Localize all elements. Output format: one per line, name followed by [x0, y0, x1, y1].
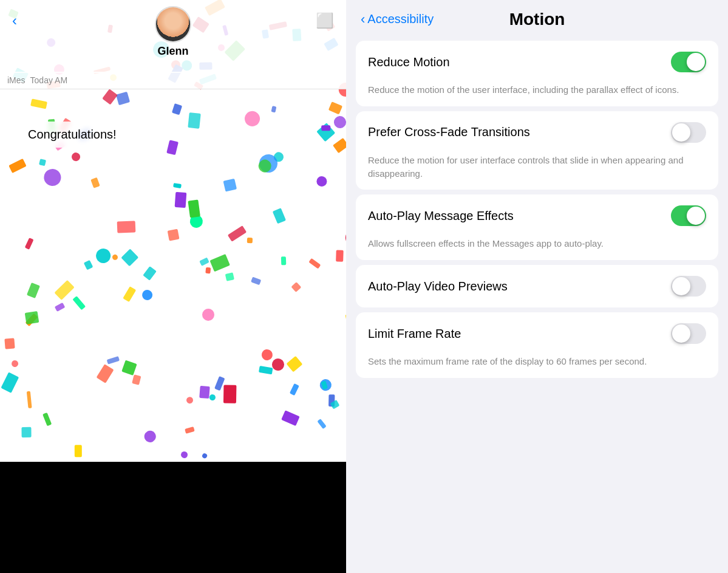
- confetti-piece: [228, 225, 247, 241]
- confetti-piece: [107, 356, 120, 365]
- confetti-piece: [74, 445, 81, 457]
- confetti-piece: [121, 360, 137, 375]
- message-bar: iMes Today AM: [0, 72, 346, 89]
- setting-row-limit-frame-rate: Limit Frame Rate: [356, 312, 718, 355]
- confetti-piece: [55, 280, 75, 300]
- confetti-piece: [260, 348, 273, 361]
- setting-row-auto-play-message: Auto-Play Message Effects: [356, 194, 718, 237]
- confetti-piece: [172, 103, 182, 115]
- setting-card-limit-frame-rate: Limit Frame RateSets the maximum frame r…: [356, 312, 718, 378]
- confetti-piece: [281, 410, 300, 426]
- setting-label-limit-frame-rate: Limit Frame Rate: [368, 327, 461, 341]
- confetti-piece: [175, 192, 187, 208]
- setting-card-reduce-motion: Reduce MotionReduce the motion of the us…: [356, 41, 718, 106]
- phone-top-bar: ‹ ⬜ Glenn: [0, 0, 346, 73]
- confetti-piece: [200, 258, 209, 266]
- confetti-piece: [273, 208, 286, 224]
- toggle-cross-fade[interactable]: [671, 122, 706, 143]
- toggle-thumb-auto-play-video: [672, 277, 690, 295]
- confetti-piece: [225, 272, 234, 281]
- back-icon[interactable]: ‹: [12, 12, 17, 29]
- message-time-label: Today AM: [30, 75, 67, 85]
- confetti-piece: [55, 303, 65, 312]
- confetti-piece: [42, 413, 51, 427]
- confetti-piece: [123, 286, 136, 302]
- confetti-piece: [271, 106, 276, 112]
- avatar-face: [156, 7, 190, 41]
- avatar: [155, 6, 191, 43]
- confetti-piece: [21, 427, 32, 437]
- phone-screen: ‹ ⬜ Glenn iMes Today AM Congratulations!: [0, 0, 346, 462]
- setting-row-auto-play-video: Auto-Play Video Previews: [356, 265, 718, 307]
- confetti-piece: [1, 372, 19, 393]
- confetti-piece: [223, 179, 237, 192]
- setting-desc-cross-fade: Reduce the motion for user interface con…: [356, 154, 718, 190]
- confetti-piece: [90, 177, 100, 188]
- back-button[interactable]: ‹ Accessibility: [361, 12, 434, 26]
- confetti-piece: [10, 359, 19, 368]
- confetti-piece: [333, 138, 346, 154]
- left-panel: ‹ ⬜ Glenn iMes Today AM Congratulations!: [0, 0, 346, 573]
- confetti-piece: [281, 256, 286, 265]
- setting-card-auto-play-message: Auto-Play Message EffectsAllows fullscre…: [356, 194, 718, 260]
- confetti-piece: [27, 391, 32, 408]
- confetti-piece: [286, 355, 302, 372]
- confetti-piece: [223, 385, 236, 403]
- confetti-piece: [131, 374, 141, 385]
- confetti-piece: [143, 266, 156, 280]
- settings-header: ‹ Accessibility Motion: [346, 0, 728, 36]
- confetti-piece: [188, 112, 200, 128]
- confetti-piece: [345, 313, 346, 331]
- toggle-auto-play-message[interactable]: [671, 205, 706, 226]
- confetti-piece: [344, 227, 346, 249]
- confetti-piece: [84, 260, 93, 270]
- confetti-piece: [188, 200, 200, 218]
- setting-card-auto-play-video: Auto-Play Video Previews: [356, 265, 718, 307]
- setting-desc-limit-frame-rate: Sets the maximum frame rate of the displ…: [356, 355, 718, 378]
- setting-row-cross-fade: Prefer Cross-Fade Transitions: [356, 111, 718, 154]
- toggle-reduce-motion[interactable]: [671, 52, 706, 72]
- toggle-auto-play-video[interactable]: [671, 276, 706, 297]
- setting-label-auto-play-message: Auto-Play Message Effects: [368, 209, 514, 223]
- top-icons: ⬜: [316, 12, 334, 29]
- confetti-piece: [180, 450, 189, 459]
- confetti-piece: [5, 338, 15, 349]
- confetti-piece: [112, 254, 118, 261]
- confetti-piece: [186, 396, 193, 403]
- confetti-piece: [336, 250, 344, 261]
- toggle-thumb-cross-fade: [672, 123, 690, 142]
- message-app-label: iMes: [7, 75, 26, 85]
- confetti-piece: [332, 114, 346, 131]
- confetti-piece: [116, 91, 130, 105]
- confetti-piece: [210, 254, 231, 272]
- confetti-piece: [318, 419, 327, 429]
- confetti-piece: [200, 306, 217, 323]
- confetti-piece: [96, 364, 114, 383]
- confetti-piece: [251, 277, 261, 285]
- confetti-piece: [26, 283, 39, 298]
- confetti-piece: [117, 221, 135, 233]
- confetti-piece: [259, 366, 273, 375]
- setting-desc-auto-play-message: Allows fullscreen effects in the Message…: [356, 237, 718, 260]
- setting-label-cross-fade: Prefer Cross-Fade Transitions: [368, 125, 530, 139]
- confetti-piece: [102, 89, 117, 105]
- confetti-piece: [270, 357, 286, 372]
- toggle-thumb-reduce-motion: [687, 53, 705, 71]
- toggle-limit-frame-rate[interactable]: [671, 323, 706, 344]
- setting-row-reduce-motion: Reduce Motion: [356, 41, 718, 83]
- confetti-piece: [30, 98, 47, 109]
- confetti-piece: [9, 159, 26, 173]
- setting-desc-reduce-motion: Reduce the motion of the user interface,…: [356, 83, 718, 106]
- confetti-piece: [24, 238, 33, 250]
- confetti-piece: [185, 427, 194, 434]
- video-icon[interactable]: ⬜: [316, 12, 334, 29]
- contact-name: Glenn: [157, 45, 188, 58]
- back-label: Accessibility: [367, 12, 434, 26]
- setting-label-reduce-motion: Reduce Motion: [368, 55, 450, 69]
- setting-label-auto-play-video: Auto-Play Video Previews: [368, 280, 508, 293]
- message-bubble: Congratulations!: [18, 122, 126, 148]
- confetti-piece: [166, 140, 179, 155]
- confetti-piece: [70, 151, 82, 163]
- confetti-piece: [205, 267, 211, 273]
- confetti-piece: [308, 258, 321, 269]
